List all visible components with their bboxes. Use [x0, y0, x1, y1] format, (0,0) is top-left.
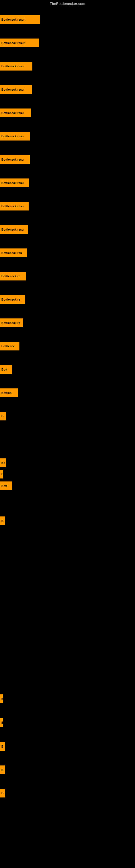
bar-row: Bottleneck result [0, 38, 39, 47]
bottleneck-result-label: Bottleneck result [0, 15, 40, 24]
bottleneck-result-label: B [0, 789, 5, 798]
bottleneck-result-label: Bott [0, 482, 12, 490]
bar-row: B [0, 694, 3, 703]
bottleneck-result-label: B [0, 718, 3, 727]
bottleneck-result-label: Bottleneck resu [0, 202, 29, 211]
bar-row: Bottleneck resu [0, 132, 30, 141]
bottleneck-result-label: Bottleneck resu [0, 179, 29, 187]
bar-row: Bottleneck resul [0, 85, 32, 94]
bottleneck-result-label: Bottleneck resu [0, 132, 30, 141]
bottleneck-result-label: Bottleneck resu [0, 155, 30, 164]
bottleneck-result-label: B [0, 470, 3, 478]
site-title: TheBottlenecker.com [0, 0, 135, 7]
bottleneck-result-label: Bottleneck re [0, 318, 23, 327]
bar-row: B [0, 517, 5, 525]
bottleneck-result-label: Bottleneck resu [0, 225, 28, 234]
bar-row: Bottlenec [0, 342, 19, 350]
bar-row: Bottlen [0, 389, 18, 397]
bottleneck-result-label: Bottleneck resul [0, 85, 32, 94]
bar-row: Bottleneck re [0, 318, 23, 327]
bottleneck-result-label: B [0, 517, 5, 525]
bottleneck-result-label: Bott [0, 365, 12, 374]
bottleneck-result-label: Bottleneck re [0, 295, 25, 304]
bar-row: Bottleneck resu [0, 179, 29, 187]
bar-row: B [0, 789, 5, 798]
bar-row: B [0, 412, 6, 421]
bar-row: Bottleneck resul [0, 62, 32, 70]
bottleneck-result-label: B [0, 694, 3, 703]
bottleneck-result-label: Bottleneck resul [0, 62, 32, 70]
bottleneck-result-label: B [0, 766, 5, 774]
bar-row: Bottleneck re [0, 272, 26, 280]
bar-row: Bott [0, 482, 12, 490]
bottleneck-result-label: Bo [0, 458, 6, 467]
bottleneck-result-label: Bottlenec [0, 342, 19, 350]
bar-row: Bottleneck resu [0, 108, 31, 117]
bottleneck-result-label: B [0, 742, 5, 751]
bottleneck-result-label: Bottlen [0, 389, 18, 397]
bar-row: B [0, 470, 3, 478]
bar-row: Bott [0, 365, 12, 374]
bottleneck-result-label: Bottleneck res [0, 248, 27, 257]
bar-row: Bottleneck resu [0, 155, 30, 164]
bar-row: Bottleneck result [0, 15, 40, 24]
bottleneck-result-label: Bottleneck re [0, 272, 26, 280]
bar-row: Bo [0, 458, 6, 467]
bottleneck-result-label: Bottleneck resu [0, 108, 31, 117]
bar-row: B [0, 742, 5, 751]
bar-row: Bottleneck resu [0, 202, 29, 211]
bar-row: Bottleneck res [0, 248, 27, 257]
bottleneck-result-label: B [0, 412, 6, 421]
bar-row: B [0, 718, 3, 727]
bottleneck-result-label: Bottleneck result [0, 38, 39, 47]
bar-row: Bottleneck resu [0, 225, 28, 234]
bar-row: Bottleneck re [0, 295, 25, 304]
bar-row: B [0, 766, 5, 774]
